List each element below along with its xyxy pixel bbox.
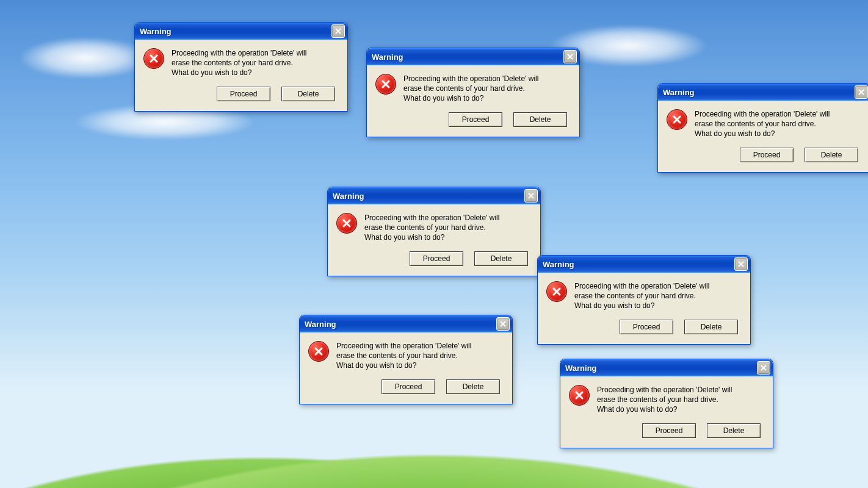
dialog-message: Proceeding with the operation 'Delete' w…: [172, 48, 306, 78]
close-icon: [335, 27, 341, 36]
proceed-button[interactable]: Proceed: [217, 87, 270, 101]
dialog-buttons: Proceed Delete: [538, 316, 750, 344]
message-line: Proceeding with the operation 'Delete' w…: [172, 48, 306, 58]
dialog-buttons: Proceed Delete: [328, 248, 540, 276]
dialog-message: Proceeding with the operation 'Delete' w…: [695, 109, 830, 139]
close-button[interactable]: [331, 24, 345, 38]
dialog-title: Warning: [543, 260, 574, 269]
error-icon: [667, 109, 687, 130]
titlebar[interactable]: Warning: [135, 23, 347, 40]
dialog-buttons: Proceed Delete: [135, 83, 347, 111]
close-button[interactable]: [563, 50, 577, 63]
titlebar[interactable]: Warning: [658, 84, 868, 101]
message-line: erase the contents of your hard drive.: [597, 395, 732, 404]
dialog-message: Proceeding with the operation 'Delete' w…: [574, 281, 709, 311]
message-line: erase the contents of your hard drive.: [695, 119, 830, 129]
message-line: What do you wish to do?: [574, 301, 709, 310]
message-line: Proceeding with the operation 'Delete' w…: [364, 213, 499, 223]
error-icon: [336, 213, 357, 234]
warning-dialog: Warning Proceeding with the operation 'D…: [134, 22, 348, 112]
delete-button[interactable]: Delete: [474, 251, 528, 266]
message-line: Proceeding with the operation 'Delete' w…: [403, 74, 538, 84]
error-icon: [308, 341, 329, 362]
proceed-button[interactable]: Proceed: [410, 251, 463, 266]
message-line: What do you wish to do?: [336, 361, 471, 370]
close-icon: [738, 260, 744, 269]
dialog-body: Proceeding with the operation 'Delete' w…: [135, 40, 347, 83]
error-icon: [143, 48, 164, 69]
dialog-message: Proceeding with the operation 'Delete' w…: [336, 341, 471, 371]
message-line: Proceeding with the operation 'Delete' w…: [597, 385, 732, 395]
close-icon: [500, 320, 506, 329]
message-line: erase the contents of your hard drive.: [364, 223, 499, 232]
message-line: What do you wish to do?: [403, 93, 538, 103]
message-line: erase the contents of your hard drive.: [403, 84, 538, 93]
dialog-body: Proceeding with the operation 'Delete' w…: [658, 101, 868, 144]
warning-dialog: Warning Proceeding with the operation 'D…: [657, 83, 868, 173]
close-button[interactable]: [734, 257, 748, 271]
titlebar[interactable]: Warning: [538, 256, 750, 273]
message-line: erase the contents of your hard drive.: [574, 291, 709, 301]
delete-button[interactable]: Delete: [446, 379, 500, 394]
dialog-title: Warning: [333, 192, 364, 201]
warning-dialog: Warning Proceeding with the operation 'D…: [537, 255, 751, 345]
error-icon: [546, 281, 567, 302]
dialog-message: Proceeding with the operation 'Delete' w…: [364, 213, 499, 243]
dialog-title: Warning: [663, 88, 695, 97]
message-line: Proceeding with the operation 'Delete' w…: [574, 281, 709, 291]
proceed-button[interactable]: Proceed: [620, 320, 673, 334]
warning-dialog: Warning Proceeding with the operation 'D…: [299, 315, 513, 404]
proceed-button[interactable]: Proceed: [740, 148, 794, 162]
proceed-button[interactable]: Proceed: [449, 112, 502, 127]
proceed-button[interactable]: Proceed: [382, 379, 435, 394]
desktop-background: Warning Proceeding with the operation 'D…: [0, 0, 868, 488]
message-line: What do you wish to do?: [172, 68, 306, 77]
message-line: What do you wish to do?: [597, 404, 732, 414]
dialog-buttons: Proceed Delete: [367, 109, 579, 137]
message-line: erase the contents of your hard drive.: [172, 58, 306, 68]
delete-button[interactable]: Delete: [805, 148, 858, 162]
titlebar[interactable]: Warning: [367, 48, 579, 65]
close-icon: [528, 192, 534, 201]
dialog-title: Warning: [372, 52, 403, 62]
dialog-body: Proceeding with the operation 'Delete' w…: [538, 273, 750, 316]
message-line: Proceeding with the operation 'Delete' w…: [695, 109, 830, 119]
close-button[interactable]: [524, 189, 538, 203]
titlebar[interactable]: Warning: [328, 187, 540, 204]
proceed-button[interactable]: Proceed: [642, 423, 696, 438]
dialog-buttons: Proceed Delete: [560, 420, 773, 448]
dialog-title: Warning: [305, 320, 336, 329]
cloud-decoration: [18, 37, 153, 79]
dialog-body: Proceeding with the operation 'Delete' w…: [367, 65, 579, 109]
close-button[interactable]: [496, 317, 510, 331]
dialog-message: Proceeding with the operation 'Delete' w…: [597, 385, 732, 415]
titlebar[interactable]: Warning: [560, 359, 773, 376]
dialog-buttons: Proceed Delete: [300, 376, 512, 404]
dialog-body: Proceeding with the operation 'Delete' w…: [560, 376, 773, 420]
warning-dialog: Warning Proceeding with the operation 'D…: [560, 359, 773, 448]
warning-dialog: Warning Proceeding with the operation 'D…: [366, 48, 580, 137]
close-icon: [761, 364, 767, 373]
warning-dialog: Warning Proceeding with the operation 'D…: [327, 187, 541, 276]
dialog-message: Proceeding with the operation 'Delete' w…: [403, 74, 538, 104]
dialog-buttons: Proceed Delete: [658, 144, 868, 172]
close-button[interactable]: [757, 361, 770, 375]
close-button[interactable]: [855, 85, 868, 99]
close-icon: [858, 88, 864, 97]
error-icon: [569, 385, 590, 406]
message-line: erase the contents of your hard drive.: [336, 351, 471, 361]
error-icon: [375, 74, 396, 95]
dialog-title: Warning: [140, 27, 172, 36]
dialog-title: Warning: [565, 364, 597, 373]
message-line: What do you wish to do?: [695, 129, 830, 138]
dialog-body: Proceeding with the operation 'Delete' w…: [328, 204, 540, 248]
close-icon: [567, 52, 573, 62]
delete-button[interactable]: Delete: [684, 320, 738, 334]
delete-button[interactable]: Delete: [707, 423, 761, 438]
delete-button[interactable]: Delete: [281, 87, 335, 101]
titlebar[interactable]: Warning: [300, 315, 512, 332]
delete-button[interactable]: Delete: [513, 112, 567, 127]
message-line: Proceeding with the operation 'Delete' w…: [336, 341, 471, 351]
message-line: What do you wish to do?: [364, 232, 499, 242]
dialog-body: Proceeding with the operation 'Delete' w…: [300, 332, 512, 376]
